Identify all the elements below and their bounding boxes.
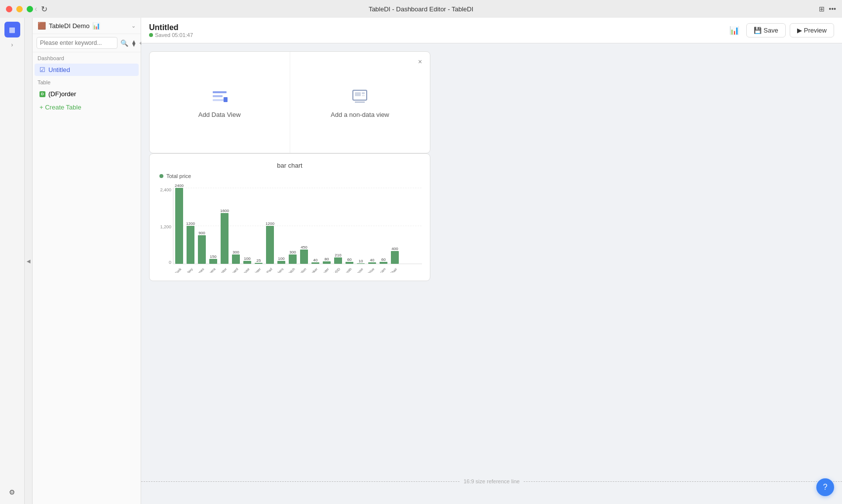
toolbar-subtitle: Saved 05:01:47 [149, 32, 193, 38]
svg-rect-16 [175, 188, 183, 264]
svg-text:300: 300 [232, 250, 239, 254]
svg-text:60: 60 [347, 257, 352, 262]
window-controls [6, 6, 33, 12]
chart-title: bar chart [157, 162, 422, 169]
left-panel: 🟫 TableDI Demo 📊 ⌄ 🔍 ⧫ + Dashboard ☑ Unt… [33, 18, 141, 504]
saved-indicator [149, 33, 153, 37]
database-name: 🟫 TableDI Demo 📊 [38, 22, 100, 30]
layout-icon: ▦ [9, 26, 15, 34]
svg-rect-52 [380, 262, 387, 264]
save-icon: 💾 [754, 27, 762, 34]
title-bar-actions: ⊞ ••• [819, 5, 836, 13]
svg-rect-24 [221, 213, 229, 264]
left-panel-header: 🟫 TableDI Demo 📊 ⌄ [33, 18, 141, 34]
reference-line: 16:9 size reference line [141, 478, 842, 484]
minimize-window-button[interactable] [16, 6, 23, 12]
maximize-window-button[interactable] [27, 6, 33, 12]
svg-rect-30 [255, 263, 263, 264]
dashboard-section-header: Dashboard [33, 52, 141, 63]
settings-icon-button[interactable]: ⚙ [4, 484, 20, 500]
close-panel-button[interactable]: × [414, 56, 426, 68]
database-chevron-icon[interactable]: ⌄ [131, 23, 136, 29]
chart-container: 2,400 1,200 0 2400 [157, 184, 422, 273]
svg-rect-28 [243, 261, 251, 264]
svg-text:210: 210 [335, 253, 342, 257]
table-icon: D [39, 91, 45, 97]
save-button[interactable]: 💾 Save [746, 23, 786, 37]
bar-chart-svg: 2,400 1,200 0 2400 [157, 184, 422, 273]
svg-text:2,400: 2,400 [160, 187, 171, 192]
back-button[interactable]: ‹ [35, 4, 37, 14]
svg-text:60: 60 [382, 257, 386, 262]
toolbar-right: 📊 💾 Save ▶ Preview [727, 23, 834, 38]
svg-text:100: 100 [244, 256, 251, 261]
svg-rect-54 [391, 251, 399, 264]
dashboard-title: Untitled [149, 23, 193, 32]
panel-toggle[interactable]: ◀ [25, 18, 33, 504]
svg-text:2400: 2400 [175, 184, 184, 188]
toolbar: Untitled Saved 05:01:47 📊 💾 Save ▶ Previ… [141, 18, 842, 43]
more-options-button[interactable]: ••• [829, 5, 836, 13]
help-icon: ? [823, 483, 828, 492]
sidebar-item-dforder-label: (DF)order [48, 90, 76, 98]
svg-rect-42 [323, 261, 331, 264]
help-button[interactable]: ? [816, 478, 834, 496]
search-button[interactable]: 🔍 [119, 38, 129, 48]
preview-button-label: Preview [804, 27, 827, 34]
svg-text:0: 0 [169, 260, 171, 265]
screen-icon-button[interactable]: ⊞ [819, 5, 825, 13]
svg-text:300: 300 [289, 250, 296, 254]
svg-rect-38 [300, 250, 308, 264]
legend-label: Total price [166, 173, 191, 179]
filter-button[interactable]: ⧫ [131, 38, 136, 48]
svg-rect-7 [362, 95, 365, 96]
svg-text:10: 10 [359, 259, 363, 263]
svg-text:40: 40 [370, 258, 375, 262]
refresh-button[interactable]: ↻ [41, 4, 47, 14]
close-window-button[interactable] [6, 6, 12, 12]
saved-status-text: Saved 05:01:47 [155, 32, 193, 38]
search-input[interactable] [37, 37, 117, 49]
svg-rect-22 [209, 259, 217, 264]
add-non-data-view-option[interactable]: Add a non-data view [290, 52, 430, 153]
add-data-view-label: Add Data View [198, 111, 241, 118]
dashboard-area: × Add Data View [141, 43, 842, 504]
svg-rect-1 [213, 95, 223, 97]
svg-text:400: 400 [391, 247, 398, 251]
create-table-item[interactable]: + Create Table [35, 101, 139, 113]
collapse-panel-icon: ◀ [27, 258, 31, 264]
svg-rect-50 [368, 262, 376, 264]
sidebar-item-untitled[interactable]: ☑ Untitled [35, 64, 139, 76]
nav-buttons: ‹ ↻ [35, 4, 47, 14]
svg-rect-48 [357, 263, 365, 264]
sidebar-item-dforder[interactable]: D (DF)order [35, 88, 139, 100]
svg-rect-32 [266, 226, 274, 264]
add-non-data-view-label: Add a non-data view [331, 111, 389, 118]
create-table-label: + Create Table [39, 104, 81, 111]
add-data-view-option[interactable]: Add Data View [150, 52, 290, 153]
legend-color-dot [159, 174, 163, 178]
svg-text:150: 150 [210, 254, 217, 259]
svg-text:1200: 1200 [186, 221, 195, 226]
app-layout: ▦ › ⚙ ◀ 🟫 TableDI Demo 📊 ⌄ 🔍 ⧫ + Dashboa… [0, 18, 842, 504]
svg-rect-5 [355, 92, 361, 96]
toolbar-left: Untitled Saved 05:01:47 [149, 23, 193, 38]
dashboard-icon-button[interactable]: ▦ [4, 22, 20, 37]
expand-sidebar-button[interactable]: › [11, 41, 13, 48]
svg-rect-44 [334, 257, 342, 264]
svg-text:80: 80 [325, 257, 329, 261]
reference-line-dashes-right [524, 481, 842, 482]
preview-icon: ▶ [797, 27, 802, 34]
preview-button[interactable]: ▶ Preview [790, 23, 834, 37]
database-name-label: TableDI Demo [49, 22, 89, 30]
svg-text:900: 900 [198, 231, 205, 235]
chart-legend: Total price [157, 173, 422, 179]
svg-text:1200: 1200 [266, 221, 274, 226]
table-section-header: Table [33, 76, 141, 87]
reference-line-label: 16:9 size reference line [459, 478, 524, 484]
non-data-view-icon [350, 86, 370, 106]
svg-rect-6 [362, 92, 365, 94]
add-view-panel: × Add Data View [149, 51, 430, 153]
dashboard-item-icon: ☑ [39, 66, 45, 73]
chart-icon-button[interactable]: 📊 [727, 23, 742, 38]
